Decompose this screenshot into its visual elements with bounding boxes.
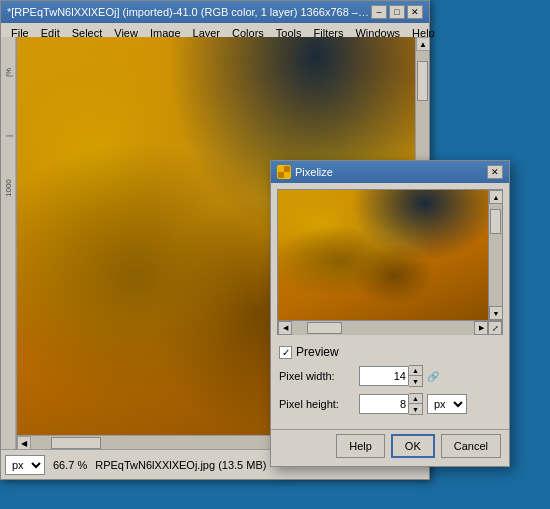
- hscroll-thumb[interactable]: [51, 437, 101, 449]
- pixel-width-spin-up[interactable]: ▲: [409, 366, 422, 376]
- zoom-value: 66.7 %: [49, 458, 91, 472]
- pixel-height-input-group: ▲ ▼ px %: [359, 393, 501, 415]
- gimp-titlebar: *[RPEqTwN6lXXlXEOj] (imported)-41.0 (RGB…: [1, 1, 429, 23]
- svg-text:|%: |%: [4, 68, 13, 77]
- preview-vscroll-up[interactable]: ▲: [489, 190, 503, 204]
- vscroll-up[interactable]: ▲: [416, 37, 430, 51]
- preview-image[interactable]: [278, 190, 488, 320]
- pixel-height-input[interactable]: [359, 394, 409, 414]
- preview-checkbox[interactable]: [279, 346, 292, 359]
- ruler-left: |% | 1000: [1, 37, 17, 449]
- svg-rect-8: [278, 166, 284, 172]
- cancel-button[interactable]: Cancel: [441, 434, 501, 458]
- unit-dropdown[interactable]: px %: [427, 394, 467, 414]
- svg-rect-11: [284, 172, 290, 178]
- unit-select[interactable]: px %: [5, 455, 45, 475]
- dialog-close-button[interactable]: ✕: [487, 165, 503, 179]
- pixel-height-spin-up[interactable]: ▲: [409, 394, 422, 404]
- pixel-width-spin-down[interactable]: ▼: [409, 376, 422, 386]
- preview-border: ▲ ▼ ◀ ▶ ⤢: [277, 189, 503, 335]
- svg-rect-10: [278, 172, 284, 178]
- vscroll-thumb[interactable]: [417, 61, 428, 101]
- preview-hscroll-row: ◀ ▶ ⤢: [278, 320, 502, 334]
- preview-vscroll-track: [489, 204, 502, 306]
- gimp-title-text: *[RPEqTwN6lXXlXEOj] (imported)-41.0 (RGB…: [7, 6, 371, 18]
- pixel-width-label: Pixel width:: [279, 370, 359, 382]
- dialog-title-text: Pixelize: [295, 166, 333, 178]
- preview-checkbox-row: Preview: [279, 345, 501, 359]
- dialog-title-left: Pixelize: [277, 165, 333, 179]
- pixel-width-input-group: ▲ ▼ 🔗: [359, 365, 501, 387]
- dialog-buttons: Help OK Cancel: [271, 429, 509, 466]
- maximize-button[interactable]: □: [389, 5, 405, 19]
- dialog-titlebar: Pixelize ✕: [271, 161, 509, 183]
- preview-hscroll-right[interactable]: ▶: [474, 321, 488, 335]
- pixel-height-spin-down[interactable]: ▼: [409, 404, 422, 414]
- pixel-height-spin: ▲ ▼: [409, 393, 423, 415]
- window-controls: – □ ✕: [371, 5, 423, 19]
- pixel-width-spin: ▲ ▼: [409, 365, 423, 387]
- help-button[interactable]: Help: [336, 434, 385, 458]
- dialog-icon: [277, 165, 291, 179]
- preview-label: Preview: [296, 345, 339, 359]
- chain-link-icon[interactable]: 🔗: [425, 366, 441, 386]
- dialog-controls: Preview Pixel width: ▲ ▼ 🔗 Pixel height:…: [271, 341, 509, 425]
- pixel-height-label: Pixel height:: [279, 398, 359, 410]
- close-button[interactable]: ✕: [407, 5, 423, 19]
- hscroll-left[interactable]: ◀: [17, 436, 31, 450]
- pixelize-dialog: Pixelize ✕ ▲: [270, 160, 510, 467]
- preview-canvas: [278, 190, 488, 320]
- pixel-height-row: Pixel height: ▲ ▼ px %: [279, 393, 501, 415]
- preview-vscroll[interactable]: ▲ ▼: [488, 190, 502, 320]
- preview-hscroll-thumb[interactable]: [307, 322, 342, 334]
- dialog-preview-area: ▲ ▼ ◀ ▶ ⤢: [271, 183, 509, 341]
- pixel-width-row: Pixel width: ▲ ▼ 🔗: [279, 365, 501, 387]
- preview-hscroll-left[interactable]: ◀: [278, 321, 292, 335]
- svg-rect-9: [284, 166, 290, 172]
- minimize-button[interactable]: –: [371, 5, 387, 19]
- svg-text:1000: 1000: [4, 179, 13, 197]
- ok-button[interactable]: OK: [391, 434, 435, 458]
- preview-vscroll-thumb[interactable]: [490, 209, 501, 234]
- pixel-width-input[interactable]: [359, 366, 409, 386]
- preview-vscroll-down[interactable]: ▼: [489, 306, 503, 320]
- svg-text:|: |: [4, 135, 13, 137]
- preview-move-icon[interactable]: ⤢: [488, 321, 502, 335]
- preview-hscroll-track: [292, 321, 474, 335]
- preview-scroll-container: ▲ ▼ ◀ ▶ ⤢: [278, 190, 502, 334]
- preview-with-vscroll: ▲ ▼: [278, 190, 502, 320]
